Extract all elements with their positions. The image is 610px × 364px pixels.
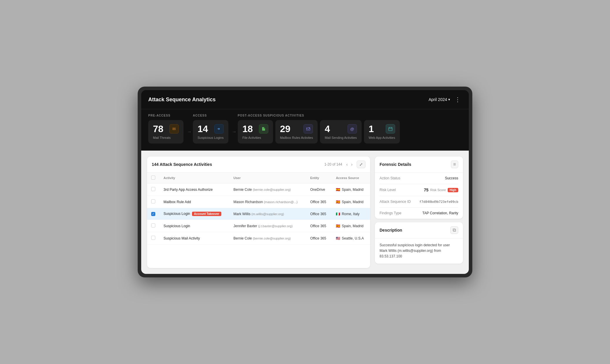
activity-name: 3rd Party App Access Authorize	[164, 188, 213, 192]
next-page-button[interactable]: ›	[350, 161, 354, 167]
user-name: Mark Willis	[233, 212, 251, 216]
entity-cell: Office 365	[306, 196, 332, 208]
mail-sending-number: 4	[325, 124, 330, 134]
entity-cell: Office 365	[306, 220, 332, 232]
activity-column-header: Activity	[159, 173, 229, 183]
mail-icon: ✉	[169, 124, 179, 134]
at-sign-icon: @	[348, 124, 357, 134]
prev-page-button[interactable]: ‹	[345, 161, 349, 167]
stat-top-mail: 78 ✉	[153, 124, 179, 134]
arrow-2: →	[231, 129, 238, 134]
pre-access-label: PRE-ACCESS	[148, 114, 193, 117]
row-checkbox[interactable]	[151, 187, 155, 191]
more-menu-button[interactable]: ⋮	[454, 95, 462, 104]
action-status-value: Success	[445, 176, 458, 180]
header-controls: April 2024 ▾ ⋮	[429, 95, 462, 104]
activity-name: Mailbox Rule Add	[164, 200, 191, 204]
table-row[interactable]: ✓Suspicious LoginAccount TakeoverMark Wi…	[147, 208, 370, 220]
select-all-checkbox[interactable]	[151, 176, 155, 180]
user-email: (bernie.cole@supplier.org)	[253, 188, 291, 191]
web-app-label: Web App Activities	[369, 136, 395, 139]
stat-top-login: 14	[198, 124, 224, 134]
description-header: Description ⧉	[375, 222, 463, 238]
stat-card-mail-sending[interactable]: 4 @ Mail Sending Activities	[320, 120, 361, 144]
stat-card-suspicious-logins[interactable]: 14 Suspicious Logins	[193, 120, 228, 144]
stat-card-mailbox-rules[interactable]: 29 Mailbox Rules Activites	[275, 120, 318, 144]
entity-cell: OneDrive	[306, 183, 332, 196]
access-label: ACCESS	[193, 114, 238, 117]
page-title: Attack Sequence Analytics	[148, 97, 215, 103]
app-header: Attack Sequence Analytics April 2024 ▾ ⋮	[141, 90, 469, 109]
file-activities-number: 18	[242, 124, 253, 134]
table-header-row: Activity User Entity Access Source	[147, 173, 370, 183]
arrow-1: →	[186, 129, 193, 134]
activity-badge: Account Takeover	[192, 212, 221, 216]
table-row[interactable]: Suspicious Mail ActivityBernie Cole (ber…	[147, 232, 370, 245]
mail-threats-number: 78	[153, 124, 164, 134]
pre-access-cards: 78 ✉ Mail Threats →	[148, 120, 193, 144]
user-email: (m.willis@supplier.org)	[252, 212, 284, 216]
table-panel: 144 Attack Sequence Activities 1-20 of 1…	[147, 156, 370, 268]
select-all-header	[147, 173, 159, 183]
row-checkbox[interactable]	[151, 199, 155, 203]
post-access-section: POST-ACCESS SUSPICIOUS ACTIVITIES 18 Fil…	[238, 114, 400, 144]
login-icon	[214, 124, 224, 134]
device-frame: Attack Sequence Analytics April 2024 ▾ ⋮…	[138, 87, 472, 277]
table-controls: 1-20 of 144 ‹ › ⤢	[324, 161, 365, 168]
activity-name: Suspicious Login	[164, 212, 190, 216]
user-email: (mason.richardson@...)	[264, 200, 298, 204]
mailbox-rules-number: 29	[280, 124, 291, 134]
attack-seq-value: f7d840bd9b723efe09cb	[419, 200, 458, 204]
post-access-label: POST-ACCESS SUSPICIOUS ACTIVITIES	[238, 114, 400, 117]
entity-cell: Office 365	[306, 208, 332, 220]
date-selector[interactable]: April 2024 ▾	[429, 97, 450, 102]
stat-top-webapp: 1	[369, 124, 395, 134]
table-header: 144 Attack Sequence Activities 1-20 of 1…	[147, 156, 370, 173]
calendar-icon	[386, 124, 395, 134]
row-checkbox[interactable]: ✓	[151, 212, 155, 216]
action-status-row: Action Status Success	[380, 173, 458, 184]
table-row[interactable]: Mailbox Rule AddMason Richardson (mason.…	[147, 196, 370, 208]
user-name: Bernie Cole	[233, 188, 253, 192]
risk-level-row: Risk Level 75 Risk Score High	[380, 184, 458, 196]
file-activities-label: File Activities	[242, 136, 268, 139]
access-source-cell: 🇺🇸Seattle, U.S.A	[332, 232, 370, 245]
stat-card-file-activities[interactable]: 18 File Activities	[238, 120, 273, 144]
file-icon	[259, 124, 268, 134]
table-row[interactable]: Suspicious LoginJennifer Baxter (j.t.bax…	[147, 220, 370, 232]
flag-icon: 🇺🇸	[336, 236, 340, 240]
row-checkbox[interactable]	[151, 236, 155, 240]
findings-row: Findings Type TAP Correlation, Rarity	[380, 208, 458, 219]
main-content: 144 Attack Sequence Activities 1-20 of 1…	[141, 151, 469, 274]
table-title: 144 Attack Sequence Activities	[152, 162, 212, 167]
activities-table: Activity User Entity Access Source 3rd P…	[147, 173, 370, 245]
expand-button[interactable]: ⤢	[357, 161, 365, 168]
table-row[interactable]: 3rd Party App Access AuthorizeBernie Col…	[147, 183, 370, 196]
activity-name: Suspicious Mail Activity	[164, 236, 200, 240]
access-source-cell: 🇪🇸Spain, Madrid	[332, 183, 370, 196]
stat-card-web-app[interactable]: 1 Web App Activities	[364, 120, 400, 144]
svg-rect-0	[306, 128, 310, 130]
row-checkbox[interactable]	[151, 223, 155, 227]
forensic-title: Forensic Details	[380, 162, 411, 167]
chevron-down-icon: ▾	[448, 97, 450, 102]
findings-value: TAP Correlation, Rarity	[422, 211, 458, 215]
activity-name: Suspicious Login	[164, 224, 190, 228]
stats-bar: PRE-ACCESS 78 ✉ Mail Threats → ACCE	[141, 109, 469, 151]
description-body: Successful suspicious login detected for…	[375, 238, 463, 264]
stat-card-mail-threats[interactable]: 78 ✉ Mail Threats	[148, 120, 183, 144]
risk-badge: High	[448, 188, 458, 192]
app-window: Attack Sequence Analytics April 2024 ▾ ⋮…	[141, 90, 469, 274]
stats-sections: PRE-ACCESS 78 ✉ Mail Threats → ACCE	[148, 114, 462, 144]
date-label: April 2024	[429, 97, 447, 102]
stat-top-file: 18	[242, 124, 268, 134]
copy-icon[interactable]: ⧉	[450, 226, 458, 234]
forensic-header: Forensic Details ≡	[375, 156, 463, 173]
user-name: Jennifer Baxter	[233, 224, 258, 228]
user-column-header: User	[229, 173, 306, 183]
svg-rect-1	[389, 127, 392, 131]
access-section: ACCESS 14 Suspicious Logins →	[193, 114, 238, 144]
access-source-cell: 🇮🇹Rome, Italy	[332, 208, 370, 220]
description-title: Description	[380, 228, 402, 232]
list-icon[interactable]: ≡	[451, 161, 458, 168]
